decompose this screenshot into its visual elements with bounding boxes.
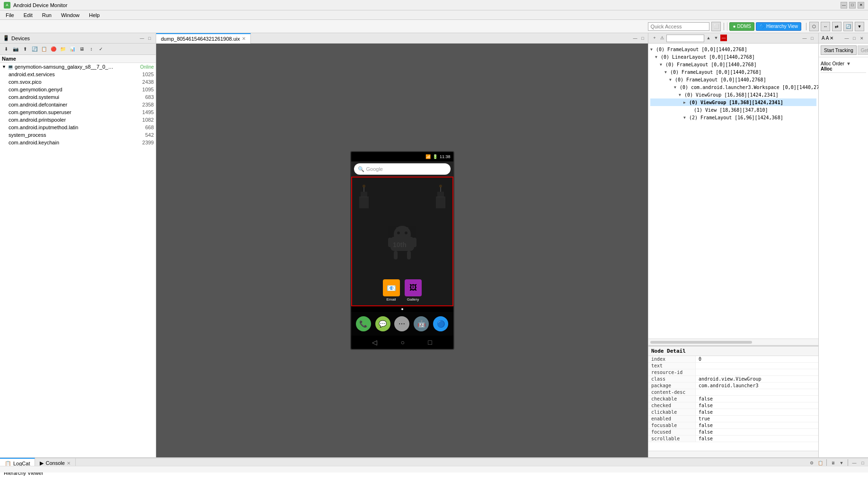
file-tab-close[interactable]: ✕ — [242, 36, 246, 41]
devices-label: Devices — [11, 36, 30, 41]
dock-phone[interactable]: 📞 — [356, 316, 371, 331]
bottom-maximize-btn[interactable]: □ — [859, 460, 866, 466]
menu-edit[interactable]: Edit — [22, 11, 35, 19]
hierarchy-down-btn[interactable]: ▼ — [713, 35, 719, 41]
bottom-tool-2[interactable]: 📋 — [817, 460, 824, 466]
center-minimize-btn[interactable]: — — [632, 35, 638, 42]
menu-run[interactable]: Run — [40, 11, 53, 19]
node-detail-row: content-desc — [648, 389, 818, 396]
device-row[interactable]: com.android.systemui 683 — [0, 93, 156, 101]
close-button[interactable]: ✕ — [858, 2, 864, 9]
hierarchy-search-input[interactable] — [666, 35, 704, 42]
device-row[interactable]: com.svox.pico 2438 — [0, 78, 156, 86]
menu-file[interactable]: File — [4, 11, 16, 19]
devices-tool-10[interactable]: ↕ — [87, 45, 96, 53]
device-row[interactable]: system_process 542 — [0, 131, 156, 139]
main-h-scrollbar[interactable] — [0, 466, 868, 472]
dock-android[interactable]: 🤖 — [414, 316, 429, 331]
tree-item[interactable]: ▼ (0) FrameLayout [0,0][1440,2768] — [650, 61, 816, 68]
nav-recent[interactable]: □ — [428, 338, 432, 346]
hierarchy-warn-btn[interactable]: ⚠ — [659, 35, 665, 41]
hierarchy-add-btn[interactable]: + — [651, 35, 658, 41]
maximize-button[interactable]: □ — [849, 2, 856, 9]
dock-apps[interactable]: ⋯ — [394, 316, 409, 331]
device-row[interactable]: ▼ 💻 genymotion-samsung_galaxy_s8__7_0_0_… — [0, 63, 156, 71]
tree-scrollbar[interactable] — [648, 338, 818, 345]
alloc-maximize-btn[interactable]: □ — [851, 35, 858, 42]
toolbar-btn-5[interactable]: 🔄 — [843, 22, 853, 31]
hierarchy-minimize-btn[interactable]: — — [801, 35, 808, 42]
devices-tool-6[interactable]: 🔴 — [49, 45, 58, 53]
hierarchy-close-btn[interactable]: — — [720, 35, 727, 41]
toolbar-btn-1[interactable]: ⬜ — [711, 22, 721, 31]
bottom-minimize-btn[interactable]: — — [851, 460, 858, 466]
console-tab-close[interactable]: ✕ — [67, 461, 71, 466]
devices-maximize-btn[interactable]: □ — [146, 35, 153, 42]
alloc-header-controls-right[interactable]: — □ ✕ — [843, 35, 865, 42]
bottom-tool-3[interactable]: 🖥 — [830, 460, 836, 466]
center-panel-controls[interactable]: — □ — [630, 35, 648, 42]
hierarchy-maximize-btn[interactable]: □ — [809, 35, 815, 42]
nav-back[interactable]: ◁ — [372, 338, 377, 346]
tree-item[interactable]: ▼ (2) FrameLayout [16,96][1424,368] — [650, 114, 816, 121]
tree-item[interactable]: ▼ (0) ViewGroup [16,368][1424,2341] — [650, 91, 816, 98]
devices-minimize-btn[interactable]: — — [139, 35, 145, 42]
alloc-minimize-btn[interactable]: — — [843, 35, 850, 42]
bottom-tool-4[interactable]: ▼ — [838, 460, 845, 466]
alloc-close-btn[interactable]: ✕ — [859, 35, 865, 42]
email-app-icon[interactable]: 📧 Email — [383, 279, 400, 302]
start-tracking-button[interactable]: Start Tracking — [821, 45, 857, 55]
center-maximize-btn[interactable]: □ — [639, 35, 646, 42]
toolbar-btn-2[interactable]: ⬡ — [809, 22, 819, 31]
quick-access-input[interactable] — [648, 22, 709, 31]
tree-item[interactable]: ▼ (0) com.android.launcher3.Workspace [0… — [650, 83, 816, 91]
toolbar-btn-4[interactable]: ⇄ — [832, 22, 841, 31]
device-list[interactable]: ▼ 💻 genymotion-samsung_galaxy_s8__7_0_0_… — [0, 63, 156, 457]
file-tab[interactable]: dump_8054615464321261908.uix ✕ — [156, 33, 251, 44]
alloc-order-arrow[interactable]: ▼ — [846, 61, 851, 66]
minimize-button[interactable]: — — [841, 2, 847, 9]
device-row[interactable]: com.android.defcontainer 2358 — [0, 101, 156, 108]
hierarchy-tree[interactable]: ▼ (0) FrameLayout [0,0][1440,2768] ▼ (0)… — [648, 44, 818, 338]
dock-messages[interactable]: 💬 — [375, 316, 390, 331]
devices-panel-controls[interactable]: — □ — [139, 35, 153, 42]
hierarchy-panel-controls-left[interactable]: + ⚠ ▲ ▼ — — [651, 35, 727, 42]
title-bar-controls[interactable]: — □ ✕ — [841, 2, 864, 9]
toolbar-btn-3[interactable]: ↔ — [821, 22, 830, 31]
phone-search-inner[interactable]: 🔍 Google — [354, 163, 451, 175]
dock-browser[interactable]: 🔵 — [433, 316, 448, 331]
tree-item[interactable]: ▼ (0) FrameLayout [0,0][1440,2768] — [650, 45, 816, 53]
hierarchy-button[interactable]: 🔷 Hierarchy View — [756, 22, 801, 31]
device-row[interactable]: com.genymotion.superuser 1495 — [0, 108, 156, 116]
device-row[interactable]: com.genymotion.genyd 1095 — [0, 86, 156, 93]
devices-tool-1[interactable]: ⬇ — [2, 45, 10, 53]
tree-item[interactable]: ▼ (0) FrameLayout [0,0][1440,2768] — [650, 68, 816, 76]
device-row[interactable]: com.android.keychain 2399 — [0, 139, 156, 146]
toolbar-btn-6[interactable]: ▼ — [855, 22, 864, 31]
bottom-tool-1[interactable]: ⚙ — [808, 460, 815, 466]
device-row[interactable]: android.ext.services 1025 — [0, 71, 156, 78]
get-alloc-button[interactable]: Get Alloc — [858, 45, 868, 55]
devices-tool-7[interactable]: 📁 — [59, 45, 67, 53]
devices-tool-11[interactable]: ✓ — [97, 45, 105, 53]
ddms-button[interactable]: ● DDMS — [729, 22, 754, 31]
menu-window[interactable]: Window — [59, 11, 81, 19]
devices-tool-8[interactable]: 📊 — [68, 45, 77, 53]
devices-tool-9[interactable]: 🖥 — [78, 45, 86, 53]
tree-item[interactable]: ▶ (0) ViewGroup [18,368][1424,2341] — [650, 98, 816, 106]
device-row[interactable]: com.android.printspooler 1082 — [0, 116, 156, 124]
hierarchy-panel-controls-right[interactable]: — □ — [801, 35, 815, 42]
tree-item[interactable]: (1) View [18,368][347,810] — [650, 106, 816, 114]
device-row[interactable]: com.android.inputmethod.latin 668 — [0, 124, 156, 131]
gallery-app-icon[interactable]: 🖼 Gallery — [405, 279, 422, 302]
menu-help[interactable]: Help — [87, 11, 102, 19]
tree-item[interactable]: ▼ (0) LinearLayout [0,0][1440,2768] — [650, 53, 816, 61]
devices-tool-4[interactable]: 🔄 — [30, 45, 39, 53]
devices-tool-2[interactable]: 📷 — [11, 45, 20, 53]
node-scrollbar[interactable] — [648, 451, 818, 457]
hierarchy-up-btn[interactable]: ▲ — [705, 35, 712, 41]
nav-home[interactable]: ○ — [401, 338, 405, 346]
devices-tool-5[interactable]: 📋 — [40, 45, 48, 53]
devices-tool-3[interactable]: ⬆ — [21, 45, 29, 53]
tree-item[interactable]: ▼ (0) FrameLayout [0,0][1440,2768] — [650, 76, 816, 83]
